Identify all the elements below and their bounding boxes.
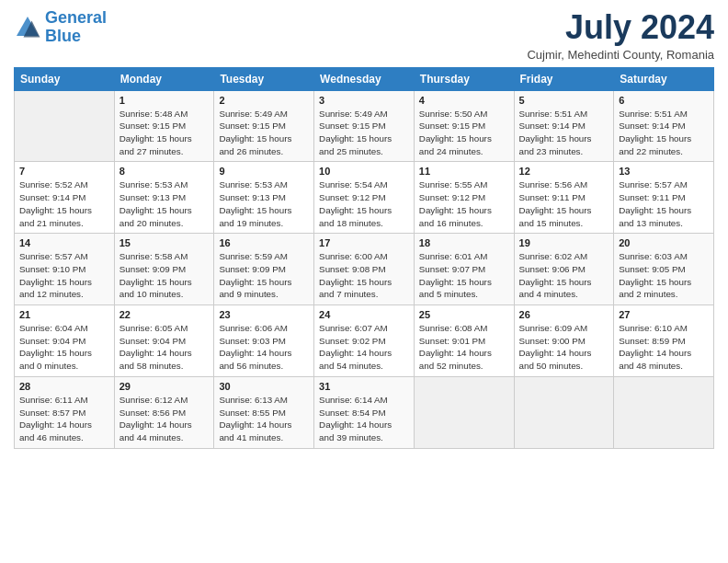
day-cell: 30Sunrise: 6:13 AMSunset: 8:55 PMDayligh… <box>214 376 314 448</box>
main-title: July 2024 <box>527 9 714 46</box>
day-info: Sunrise: 5:53 AMSunset: 9:13 PMDaylight:… <box>219 178 309 229</box>
day-info: Sunrise: 6:03 AMSunset: 9:05 PMDaylight:… <box>619 250 709 301</box>
day-info: Sunrise: 6:04 AMSunset: 9:04 PMDaylight:… <box>19 322 109 373</box>
day-cell <box>614 376 714 448</box>
day-number: 21 <box>19 309 109 320</box>
day-number: 17 <box>319 237 409 248</box>
day-cell: 12Sunrise: 5:56 AMSunset: 9:11 PMDayligh… <box>514 162 614 234</box>
day-info: Sunrise: 5:58 AMSunset: 9:09 PMDaylight:… <box>119 250 210 301</box>
day-cell: 1Sunrise: 5:48 AMSunset: 9:15 PMDaylight… <box>114 90 214 162</box>
day-info: Sunrise: 5:55 AMSunset: 9:12 PMDaylight:… <box>419 178 509 229</box>
day-info: Sunrise: 5:49 AMSunset: 9:15 PMDaylight:… <box>319 108 409 158</box>
page: General Blue July 2024 Cujmir, Mehedinti… <box>0 0 728 563</box>
day-cell: 28Sunrise: 6:11 AMSunset: 8:57 PMDayligh… <box>15 376 115 448</box>
title-block: July 2024 Cujmir, Mehedinti County, Roma… <box>527 9 714 62</box>
day-cell: 22Sunrise: 6:05 AMSunset: 9:04 PMDayligh… <box>114 305 214 377</box>
day-cell: 10Sunrise: 5:54 AMSunset: 9:12 PMDayligh… <box>314 162 415 234</box>
week-row-4: 21Sunrise: 6:04 AMSunset: 9:04 PMDayligh… <box>15 305 714 377</box>
day-cell: 5Sunrise: 5:51 AMSunset: 9:14 PMDaylight… <box>514 90 614 162</box>
day-cell: 2Sunrise: 5:49 AMSunset: 9:15 PMDaylight… <box>214 90 314 162</box>
day-info: Sunrise: 6:12 AMSunset: 8:56 PMDaylight:… <box>119 394 210 444</box>
day-number: 26 <box>519 309 609 320</box>
day-number: 20 <box>619 237 709 248</box>
day-info: Sunrise: 5:49 AMSunset: 9:15 PMDaylight:… <box>219 108 309 158</box>
day-info: Sunrise: 6:00 AMSunset: 9:08 PMDaylight:… <box>319 250 409 301</box>
col-header-saturday: Saturday <box>614 67 714 90</box>
day-info: Sunrise: 6:10 AMSunset: 8:59 PMDaylight:… <box>619 322 709 373</box>
day-info: Sunrise: 6:06 AMSunset: 9:03 PMDaylight:… <box>219 322 309 373</box>
day-number: 11 <box>419 166 509 177</box>
day-info: Sunrise: 5:59 AMSunset: 9:09 PMDaylight:… <box>219 250 309 301</box>
day-cell: 6Sunrise: 5:51 AMSunset: 9:14 PMDaylight… <box>614 90 714 162</box>
day-cell: 9Sunrise: 5:53 AMSunset: 9:13 PMDaylight… <box>214 162 314 234</box>
day-info: Sunrise: 6:05 AMSunset: 9:04 PMDaylight:… <box>119 322 210 373</box>
col-header-sunday: Sunday <box>15 67 115 90</box>
day-info: Sunrise: 6:07 AMSunset: 9:02 PMDaylight:… <box>319 322 409 373</box>
day-number: 24 <box>319 309 409 320</box>
day-number: 5 <box>519 95 609 106</box>
day-cell: 8Sunrise: 5:53 AMSunset: 9:13 PMDaylight… <box>114 162 214 234</box>
day-info: Sunrise: 6:13 AMSunset: 8:55 PMDaylight:… <box>219 394 309 444</box>
day-info: Sunrise: 5:57 AMSunset: 9:10 PMDaylight:… <box>19 250 109 301</box>
logo-blue: Blue <box>45 28 107 46</box>
week-row-5: 28Sunrise: 6:11 AMSunset: 8:57 PMDayligh… <box>15 376 714 448</box>
col-header-friday: Friday <box>514 67 614 90</box>
day-number: 12 <box>519 166 609 177</box>
day-info: Sunrise: 5:48 AMSunset: 9:15 PMDaylight:… <box>119 108 210 158</box>
day-number: 22 <box>119 309 210 320</box>
day-number: 16 <box>219 237 309 248</box>
logo-icon <box>14 14 41 41</box>
day-info: Sunrise: 5:50 AMSunset: 9:15 PMDaylight:… <box>419 108 509 158</box>
day-cell: 20Sunrise: 6:03 AMSunset: 9:05 PMDayligh… <box>614 234 714 305</box>
day-info: Sunrise: 6:14 AMSunset: 8:54 PMDaylight:… <box>319 394 409 444</box>
day-info: Sunrise: 5:53 AMSunset: 9:13 PMDaylight:… <box>119 178 210 229</box>
day-number: 29 <box>119 381 210 392</box>
week-row-2: 7Sunrise: 5:52 AMSunset: 9:14 PMDaylight… <box>15 162 714 234</box>
day-cell: 16Sunrise: 5:59 AMSunset: 9:09 PMDayligh… <box>214 234 314 305</box>
day-cell: 14Sunrise: 5:57 AMSunset: 9:10 PMDayligh… <box>15 234 115 305</box>
day-number: 7 <box>19 166 109 177</box>
logo-general: General <box>45 8 107 27</box>
day-cell: 29Sunrise: 6:12 AMSunset: 8:56 PMDayligh… <box>114 376 214 448</box>
day-info: Sunrise: 6:02 AMSunset: 9:06 PMDaylight:… <box>519 250 609 301</box>
subtitle: Cujmir, Mehedinti County, Romania <box>527 48 714 62</box>
day-cell <box>414 376 514 448</box>
day-number: 15 <box>119 237 210 248</box>
day-cell: 7Sunrise: 5:52 AMSunset: 9:14 PMDaylight… <box>15 162 115 234</box>
week-row-3: 14Sunrise: 5:57 AMSunset: 9:10 PMDayligh… <box>15 234 714 305</box>
day-info: Sunrise: 5:51 AMSunset: 9:14 PMDaylight:… <box>519 108 609 158</box>
header: General Blue July 2024 Cujmir, Mehedinti… <box>14 9 714 62</box>
day-info: Sunrise: 5:52 AMSunset: 9:14 PMDaylight:… <box>19 178 109 229</box>
day-cell: 13Sunrise: 5:57 AMSunset: 9:11 PMDayligh… <box>614 162 714 234</box>
day-number: 25 <box>419 309 509 320</box>
day-info: Sunrise: 5:56 AMSunset: 9:11 PMDaylight:… <box>519 178 609 229</box>
day-number: 18 <box>419 237 509 248</box>
day-number: 1 <box>119 95 210 106</box>
day-number: 10 <box>319 166 409 177</box>
logo: General Blue <box>14 9 107 46</box>
day-cell: 23Sunrise: 6:06 AMSunset: 9:03 PMDayligh… <box>214 305 314 377</box>
day-cell: 3Sunrise: 5:49 AMSunset: 9:15 PMDaylight… <box>314 90 415 162</box>
day-cell: 17Sunrise: 6:00 AMSunset: 9:08 PMDayligh… <box>314 234 415 305</box>
day-info: Sunrise: 5:54 AMSunset: 9:12 PMDaylight:… <box>319 178 409 229</box>
day-number: 8 <box>119 166 210 177</box>
day-cell: 15Sunrise: 5:58 AMSunset: 9:09 PMDayligh… <box>114 234 214 305</box>
day-number: 23 <box>219 309 309 320</box>
day-cell: 31Sunrise: 6:14 AMSunset: 8:54 PMDayligh… <box>314 376 415 448</box>
col-header-monday: Monday <box>114 67 214 90</box>
day-number: 3 <box>319 95 409 106</box>
day-cell: 4Sunrise: 5:50 AMSunset: 9:15 PMDaylight… <box>414 90 514 162</box>
day-number: 19 <box>519 237 609 248</box>
day-number: 30 <box>219 381 309 392</box>
day-cell: 18Sunrise: 6:01 AMSunset: 9:07 PMDayligh… <box>414 234 514 305</box>
day-number: 2 <box>219 95 309 106</box>
day-number: 6 <box>619 95 709 106</box>
day-number: 9 <box>219 166 309 177</box>
day-info: Sunrise: 5:57 AMSunset: 9:11 PMDaylight:… <box>619 178 709 229</box>
calendar: SundayMondayTuesdayWednesdayThursdayFrid… <box>14 67 714 449</box>
day-info: Sunrise: 5:51 AMSunset: 9:14 PMDaylight:… <box>619 108 709 158</box>
header-row: SundayMondayTuesdayWednesdayThursdayFrid… <box>15 67 714 90</box>
day-number: 4 <box>419 95 509 106</box>
day-number: 28 <box>19 381 109 392</box>
day-number: 13 <box>619 166 709 177</box>
